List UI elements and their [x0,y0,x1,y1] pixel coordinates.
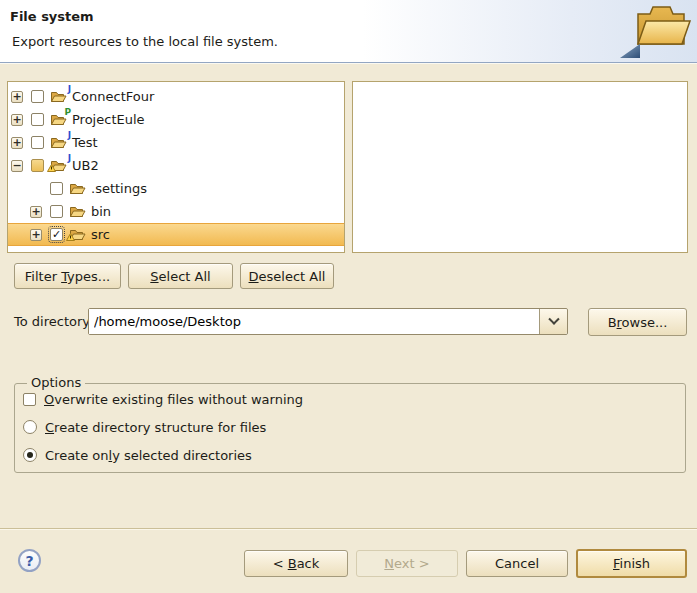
folder-icon [69,181,86,196]
resource-tree[interactable]: +JConnectFour+PProjectEule+JTest−JUB2.se… [7,81,345,253]
project-folder-icon: P [50,112,67,127]
combo-dropdown-button[interactable] [539,309,567,334]
browse-button-pre: B [608,315,617,330]
filter-types-button-pre: Filter [25,269,61,284]
create-structure-label-post: reate directory structure for files [54,420,266,435]
finish-button[interactable]: Finish [576,549,687,578]
deselect-all-button[interactable]: Deselect All [240,263,334,289]
tree-item-label: ConnectFour [72,89,154,104]
select-all-button[interactable]: Select All [128,263,233,289]
next-button-key: N [384,556,394,571]
browse-button[interactable]: Browse... [588,308,687,336]
overwrite-label-key: O [44,392,54,407]
expand-icon[interactable]: + [11,91,23,103]
export-folder-icon [606,2,692,60]
src-checkbox[interactable]: ✓ [50,228,63,241]
options-group: Options Overwrite existing files without… [14,383,686,473]
next-button-post: ext > [394,556,430,571]
question-icon: ? [25,553,33,569]
tree-item-label: .settings [91,181,147,196]
next-button: Next > [356,550,458,577]
java-project-folder-icon: J [50,135,67,150]
create-structure-option-row: Create directory structure for files [23,419,266,435]
tree-item-bin[interactable]: +bin [8,200,344,223]
warning-icon [47,160,56,175]
tree-item-settings[interactable]: .settings [8,177,344,200]
tree-item-label: ProjectEule [72,112,145,127]
deselect-all-button-key: D [249,269,259,284]
file-list-panel[interactable] [352,81,688,253]
deselect-all-button-post: eselect All [259,269,326,284]
select-all-button-post: elect All [159,269,211,284]
tree-item-label: src [91,227,110,242]
directory-combo [88,308,568,335]
ub2-checkbox[interactable] [31,159,44,172]
overwrite-label-post: verwrite existing files without warning [54,392,303,407]
directory-input[interactable] [89,309,539,334]
tree-item-src[interactable]: +✓src [8,223,344,246]
project-decorator-icon: P [64,108,71,117]
folder-icon [69,204,86,219]
finish-button-post: inish [620,556,650,571]
chevron-down-icon [548,314,559,325]
cancel-button[interactable]: Cancel [466,550,568,577]
tree-item-label: Test [72,135,98,150]
filter-types-button-post: ypes... [67,269,110,284]
overwrite-label[interactable]: Overwrite existing files without warning [44,392,303,407]
projecteule-checkbox[interactable] [31,113,44,126]
expand-icon[interactable]: + [30,206,42,218]
create-selected-label[interactable]: Create only selected directories [45,448,252,463]
tree-indent [30,182,43,195]
java-project-folder-icon: J [50,158,67,173]
expand-icon[interactable]: + [30,229,42,241]
expand-icon[interactable]: + [11,137,23,149]
select-all-button-key: S [150,269,158,284]
java-decorator-icon: J [68,154,71,163]
filter-types-button[interactable]: Filter Types... [14,263,121,289]
create-selected-label-pre: Create on [45,448,109,463]
back-button[interactable]: < Back [244,550,348,577]
create-structure-label[interactable]: Create directory structure for files [45,420,266,435]
wizard-header: File system Export resources to the loca… [0,0,697,63]
expand-icon[interactable]: + [11,114,23,126]
help-button[interactable]: ? [18,549,41,572]
to-directory-label: To directory: [14,308,93,335]
options-group-label: Options [27,375,85,390]
tree-item-projecteule[interactable]: +PProjectEule [8,108,344,131]
java-decorator-icon: J [68,131,71,140]
create-selected-radio[interactable] [23,448,37,462]
java-decorator-icon: J [68,85,71,94]
java-project-folder-icon: J [50,89,67,104]
page-description: Export resources to the local file syste… [12,34,278,49]
overwrite-checkbox[interactable] [23,393,36,406]
tree-item-test[interactable]: +JTest [8,131,344,154]
create-selected-option-row: Create only selected directories [23,447,252,463]
back-button-pre: < [273,556,288,571]
browse-button-post: owse... [622,315,668,330]
collapse-icon[interactable]: − [11,160,23,172]
create-structure-radio[interactable] [23,420,37,434]
test-checkbox[interactable] [31,136,44,149]
tree-item-ub2[interactable]: −JUB2 [8,154,344,177]
tree-item-connectfour[interactable]: +JConnectFour [8,85,344,108]
settings-checkbox[interactable] [50,182,63,195]
tree-item-label: UB2 [72,158,99,173]
bin-checkbox[interactable] [50,205,63,218]
back-button-post: ack [297,556,320,571]
back-button-key: B [288,556,297,571]
cancel-label: Cancel [495,556,539,571]
folder-icon [69,227,86,242]
footer-separator [0,528,697,529]
create-selected-label-post: y selected directories [112,448,252,463]
warning-icon [66,229,75,244]
page-title: File system [10,9,94,24]
tree-item-label: bin [91,204,111,219]
export-wizard-dialog: File system Export resources to the loca… [0,0,697,593]
create-structure-label-key: C [45,420,54,435]
connectfour-checkbox[interactable] [31,90,44,103]
overwrite-option-row: Overwrite existing files without warning [23,391,303,407]
